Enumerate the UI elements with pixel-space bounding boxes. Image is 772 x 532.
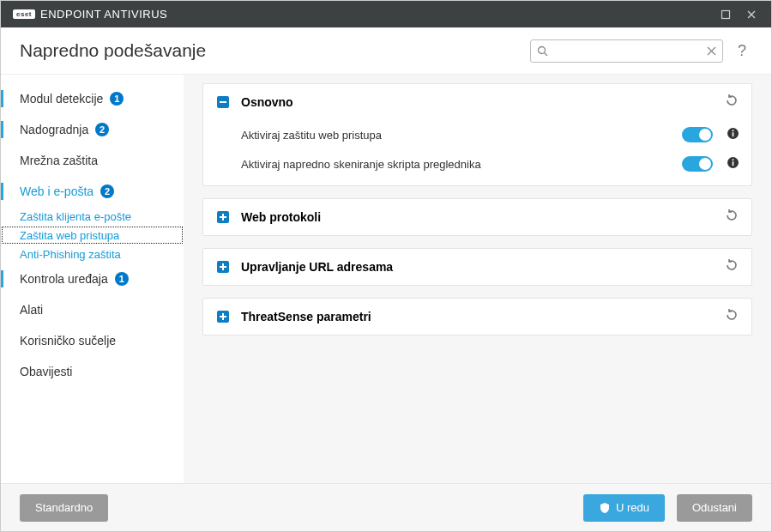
expand-icon — [215, 259, 231, 275]
sidebar-item-label: Nadogradnja — [20, 123, 88, 136]
sidebar-item-device-control[interactable]: Kontrola uređaja 1 — [1, 263, 184, 294]
search-input[interactable] — [550, 40, 703, 62]
sidebar-item-web-email[interactable]: Web i e-pošta 2 — [1, 176, 184, 207]
setting-row-web-access: Aktiviraj zaštitu web pristupa — [215, 120, 739, 149]
section-web-protocols: Web protokoli — [202, 198, 752, 236]
sidebar-item-label: Web i e-pošta — [20, 184, 93, 198]
search-icon — [534, 45, 550, 57]
svg-rect-0 — [722, 10, 730, 18]
search-field[interactable] — [530, 39, 723, 63]
revert-icon[interactable] — [724, 257, 739, 276]
sidebar-item-network[interactable]: Mrežna zaštita — [1, 145, 184, 176]
section-header-url-management[interactable]: Upravljanje URL adresama — [203, 249, 751, 285]
sidebar-sub-label: Anti-Phishing zaštita — [20, 248, 121, 261]
window-close-button[interactable] — [739, 1, 764, 27]
sidebar-sub-label: Zaštita klijenta e-pošte — [20, 210, 131, 223]
sidebar-item-label: Alati — [20, 303, 43, 317]
sidebar: Modul detekcije 1 Nadogradnja 2 Mrežna z… — [1, 75, 184, 485]
help-button[interactable]: ? — [732, 42, 752, 60]
svg-rect-13 — [733, 161, 734, 166]
section-url-management: Upravljanje URL adresama — [202, 248, 752, 286]
page-title: Napredno podešavanje — [20, 40, 206, 61]
setting-label: Aktiviraj zaštitu web pristupa — [215, 129, 682, 142]
section-header-basic[interactable]: Osnovno — [203, 84, 751, 120]
sidebar-item-label: Kontrola uređaja — [20, 272, 108, 286]
default-button[interactable]: Standardno — [20, 494, 108, 522]
footer-bar: Standardno U redu Odustani — [1, 483, 771, 531]
svg-rect-20 — [222, 263, 224, 270]
section-body-basic: Aktiviraj zaštitu web pristupa Aktiviraj… — [203, 120, 751, 185]
shield-icon — [599, 502, 611, 514]
section-header-web-protocols[interactable]: Web protokoli — [203, 199, 751, 235]
sidebar-item-tools[interactable]: Alati — [1, 294, 184, 325]
main-area: Modul detekcije 1 Nadogradnja 2 Mrežna z… — [1, 75, 771, 485]
sidebar-sub-label: Zaštita web pristupa — [20, 229, 119, 242]
svg-rect-8 — [220, 101, 226, 103]
sidebar-sub-anti-phishing[interactable]: Anti-Phishing zaštita — [1, 245, 184, 263]
section-title: Upravljanje URL adresama — [241, 260, 724, 274]
sidebar-item-update[interactable]: Nadogradnja 2 — [1, 114, 184, 145]
svg-rect-17 — [222, 214, 224, 221]
section-title: ThreatSense parametri — [241, 310, 724, 323]
section-threatsense: ThreatSense parametri — [202, 298, 752, 336]
sidebar-item-label: Korisničko sučelje — [20, 334, 116, 348]
section-title: Osnovno — [241, 95, 724, 109]
sidebar-badge: 1 — [110, 92, 124, 106]
cancel-button[interactable]: Odustani — [677, 494, 752, 522]
sidebar-badge: 2 — [100, 184, 114, 198]
ok-button[interactable]: U redu — [583, 494, 665, 522]
sidebar-badge: 2 — [95, 123, 109, 136]
window-maximize-button[interactable] — [713, 1, 739, 27]
toggle-web-access[interactable] — [682, 127, 713, 142]
svg-rect-23 — [222, 313, 224, 320]
setting-row-script-scan: Aktiviraj napredno skeniranje skripta pr… — [215, 149, 739, 178]
expand-icon — [215, 309, 231, 324]
content-panel: Osnovno Aktiviraj zaštitu web pristupa A… — [184, 75, 771, 485]
expand-icon — [215, 209, 231, 225]
page-header: Napredno podešavanje ? — [1, 27, 771, 75]
section-title: Web protokoli — [241, 210, 724, 224]
sidebar-item-detection[interactable]: Modul detekcije 1 — [1, 83, 184, 114]
brand-badge: eset — [13, 9, 35, 19]
app-name: ENDPOINT ANTIVIRUS — [40, 8, 167, 21]
titlebar: eset ENDPOINT ANTIVIRUS — [1, 1, 771, 27]
svg-point-14 — [733, 159, 734, 160]
info-icon[interactable] — [727, 127, 739, 143]
sidebar-item-label: Mrežna zaštita — [20, 154, 98, 167]
section-basic: Osnovno Aktiviraj zaštitu web pristupa A… — [202, 83, 752, 186]
info-icon[interactable] — [727, 156, 739, 172]
clear-search-icon[interactable] — [703, 46, 719, 56]
setting-label: Aktiviraj napredno skeniranje skripta pr… — [215, 158, 682, 171]
svg-point-3 — [538, 46, 545, 53]
sidebar-item-label: Obavijesti — [20, 365, 72, 378]
revert-icon[interactable] — [724, 208, 739, 227]
sidebar-item-label: Modul detekcije — [20, 92, 103, 106]
revert-icon[interactable] — [724, 307, 739, 326]
svg-point-11 — [733, 130, 734, 131]
sidebar-item-notifications[interactable]: Obavijesti — [1, 356, 184, 387]
sidebar-item-ui[interactable]: Korisničko sučelje — [1, 325, 184, 356]
sidebar-sub-web-access[interactable]: Zaštita web pristupa — [1, 226, 184, 245]
sidebar-badge: 1 — [115, 272, 129, 286]
svg-line-4 — [544, 52, 547, 56]
svg-rect-10 — [733, 132, 734, 136]
ok-button-label: U redu — [616, 501, 649, 514]
revert-icon[interactable] — [724, 93, 739, 112]
section-header-threatsense[interactable]: ThreatSense parametri — [203, 299, 751, 335]
toggle-script-scan[interactable] — [682, 156, 713, 172]
collapse-icon — [215, 94, 231, 110]
sidebar-sub-email-client[interactable]: Zaštita klijenta e-pošte — [1, 207, 184, 226]
